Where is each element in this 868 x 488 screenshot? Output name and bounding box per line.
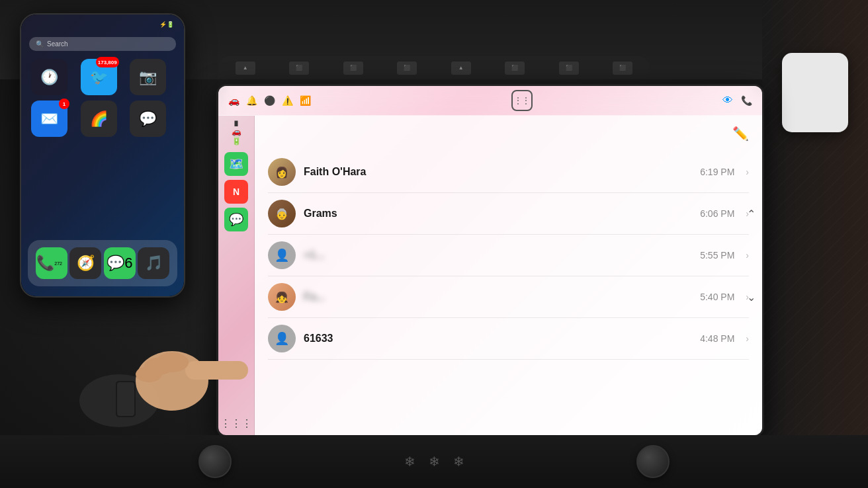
contact-name-5: 61633 (304, 333, 333, 344)
chevron-icon-3: › (746, 250, 749, 261)
control-btn-6[interactable]: ⬛ (505, 61, 525, 75)
misc-icon: 💬 (139, 110, 157, 128)
top-controls: ▲ ⬛ ⬛ ⬛ ▲ ⬛ ⬛ ⬛ (218, 56, 650, 79)
phone-app-camera[interactable]: 📷 (130, 59, 166, 95)
message-info-5: 61633 (304, 333, 692, 345)
car-statusbar-icon: 🚗 (228, 95, 239, 106)
search-icon: 🔍 (36, 40, 44, 48)
message-info-4: Fa... (304, 291, 692, 303)
carplay-sidebar: ▐▌ 🚗 🔋 🗺️ N 💬 ⋮⋮⋮ (218, 116, 255, 435)
avatar-photo-2: 👵 (275, 208, 288, 220)
messages-dock-icon: 💬 (107, 255, 124, 272)
seat-area (762, 0, 868, 488)
bottom-controls: ❄ ❄ ❄ (0, 435, 868, 488)
control-btn-7[interactable]: ⬛ (559, 61, 579, 75)
control-btn-1[interactable]: ▲ (236, 61, 255, 75)
messages-header: ✏️ (268, 126, 749, 142)
sidebar-phone-info: ▐▌ 🚗 🔋 (232, 121, 241, 145)
message-item[interactable]: 👩 Faith O'Hara 6:19 PM › (268, 151, 749, 193)
sidebar-messages-icon[interactable]: 💬 (224, 208, 248, 231)
phone-search-bar[interactable]: 🔍 Search (29, 37, 176, 51)
grid-button[interactable]: ⋮⋮ (511, 90, 533, 111)
contact-name-3: +1... (304, 249, 325, 261)
dock-messages[interactable]: 💬 6 (104, 247, 136, 279)
fan-icon-1[interactable]: ❄ (404, 454, 415, 469)
sidebar-news-icon[interactable]: N (224, 180, 248, 204)
message-time-2: 6:06 PM (700, 208, 734, 219)
message-time-5: 4:48 PM (700, 333, 734, 344)
phone-dock: 📞 272 🧭 💬 6 🎵 (28, 240, 177, 286)
phone-battery: ⚡🔋 (159, 21, 174, 28)
signal-statusbar-icon: 📶 (300, 95, 311, 106)
compose-button[interactable]: ✏️ (732, 126, 749, 142)
control-btn-3[interactable]: ⬛ (343, 61, 363, 75)
bell-statusbar-icon: 🔔 (246, 95, 257, 106)
right-knob[interactable] (636, 445, 670, 478)
phone-app-photos[interactable]: 🌈 (81, 101, 117, 137)
carplay-screen: 🚗 🔔 ⚫ ⚠️ 📶 ⋮⋮ 👁 📞 (218, 86, 762, 435)
search-placeholder: Search (47, 40, 68, 48)
phone-app-twitter[interactable]: 🐦 173,809 (81, 59, 117, 95)
message-list: 👩 Faith O'Hara 6:19 PM › 👵 Grams (268, 151, 749, 360)
avatar-photo-1: 👩 (275, 166, 288, 179)
center-controls: ❄ ❄ ❄ (404, 454, 464, 469)
safari-icon: 🧭 (77, 255, 95, 272)
message-item[interactable]: 👤 +1... 5:55 PM › (268, 235, 749, 276)
fan-icon-2[interactable]: ❄ (429, 454, 440, 469)
messages-badge: 6 (124, 255, 132, 272)
signal-icon: ▐▌ (233, 121, 239, 126)
scroll-up-icon[interactable]: ⌃ (747, 208, 756, 220)
battery-sidebar-icon: 🔋 (232, 136, 241, 145)
message-item[interactable]: 👧 Fa... 5:40 PM › ⌄ (268, 276, 749, 318)
scroll-down-icon[interactable]: ⌄ (747, 291, 756, 304)
contact-avatar-4: 👧 (268, 283, 296, 311)
contact-avatar-1: 👩 (268, 158, 296, 186)
twitter-icon: 🐦 (90, 69, 108, 86)
fan-icon-3[interactable]: ❄ (453, 454, 464, 469)
message-time-3: 5:55 PM (700, 250, 734, 261)
mail-icon: ✉️ (40, 110, 58, 128)
music-icon: 🎵 (145, 255, 163, 272)
car-mode-icon: 🚗 (232, 127, 241, 136)
phone-device: ⚡🔋 🔍 Search 🕐 🐦 173,809 📷 ✉️ 1 � (20, 13, 185, 298)
default-avatar-icon-5: 👤 (275, 331, 289, 346)
phone-call-icon: 📞 (36, 255, 54, 272)
phone-status-bar: ⚡🔋 (21, 15, 184, 34)
alert-statusbar-icon: ⚠️ (282, 95, 293, 106)
message-item[interactable]: 👤 61633 4:48 PM › (268, 318, 749, 360)
phone-app-misc[interactable]: 💬 (130, 101, 166, 137)
default-avatar-icon-3: 👤 (275, 248, 289, 263)
message-time-4: 5:40 PM (700, 292, 734, 302)
phone-statusbar-icon: 📞 (741, 95, 752, 106)
phone-app-grid: 🕐 🐦 173,809 📷 ✉️ 1 🌈 💬 (21, 54, 184, 142)
contact-avatar-2: 👵 (268, 200, 296, 227)
twitter-badge: 173,809 (96, 57, 119, 67)
sidebar-all-apps-btn[interactable]: ⋮⋮⋮ (220, 417, 252, 430)
control-btn-4[interactable]: ⬛ (397, 61, 417, 75)
chevron-icon-5: › (746, 333, 749, 344)
device-right (782, 53, 848, 132)
control-btn-2[interactable]: ⬛ (289, 61, 309, 75)
dock-music[interactable]: 🎵 (138, 247, 169, 279)
left-knob[interactable] (198, 445, 232, 478)
control-btn-5[interactable]: ▲ (451, 61, 471, 75)
chevron-icon-1: › (746, 167, 749, 177)
phone-badge: 272 (54, 261, 66, 266)
control-btn-8[interactable]: ⬛ (613, 61, 632, 75)
dock-phone[interactable]: 📞 272 (36, 247, 67, 279)
contact-avatar-3: 👤 (268, 241, 296, 269)
phone-screen: ⚡🔋 🔍 Search 🕐 🐦 173,809 📷 ✉️ 1 � (21, 15, 184, 296)
messages-sidebar-icon: 💬 (229, 212, 243, 227)
sidebar-maps-icon[interactable]: 🗺️ (224, 152, 248, 176)
contact-name-1: Faith O'Hara (304, 166, 367, 177)
phone-app-clock[interactable]: 🕐 (31, 59, 67, 95)
messages-panel: ✏️ 👩 Faith O'Hara 6:19 PM › (255, 116, 762, 435)
phone-app-mail[interactable]: ✉️ 1 (31, 101, 67, 137)
camera-statusbar-icon: 👁 (722, 95, 733, 106)
clock-icon: 🕐 (40, 69, 58, 86)
message-item[interactable]: 👵 Grams 6:06 PM › ⌃ (268, 193, 749, 235)
circle-statusbar-icon: ⚫ (264, 95, 275, 106)
contact-name-4: Fa... (304, 291, 325, 302)
dock-safari[interactable]: 🧭 (69, 247, 101, 279)
message-info-1: Faith O'Hara (304, 166, 692, 178)
